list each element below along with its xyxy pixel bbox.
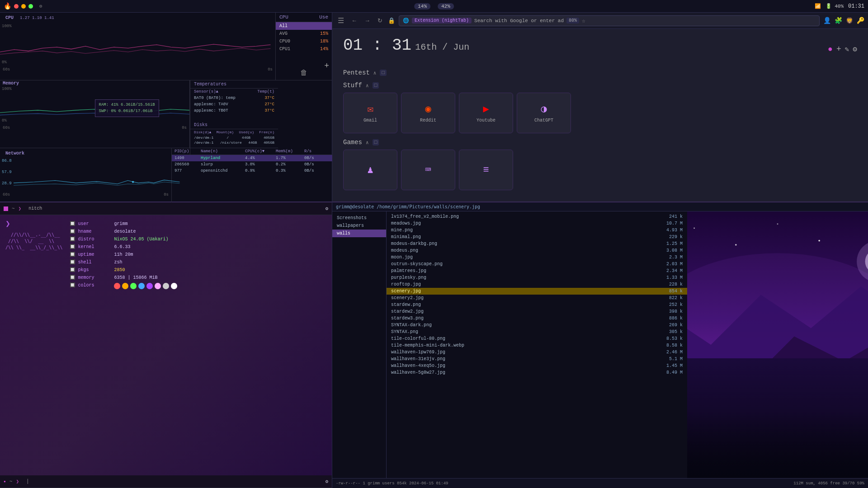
mem-usage-badge: 42% bbox=[438, 3, 454, 9]
color-dot-7 bbox=[163, 283, 169, 289]
top-bar-left: 🔥 ⊙ bbox=[4, 2, 42, 10]
file-row[interactable]: mine.png4.93 M bbox=[387, 227, 687, 234]
file-row[interactable]: modeus.png3.08 M bbox=[387, 247, 687, 254]
bookmark-youtube[interactable]: ▶ Youtube bbox=[459, 93, 513, 133]
network-panel: Network 86.8 57.9 28.9 60s 0s bbox=[0, 148, 172, 202]
temp-sensor-tb0t: applesmc: TB0T bbox=[194, 108, 228, 113]
system-time: 01:31 bbox=[848, 3, 864, 9]
file-row[interactable]: lv1374_free_v2_mobile.png241 k bbox=[387, 213, 687, 220]
stuff-toggle[interactable]: ∧ bbox=[366, 83, 369, 89]
file-row[interactable]: purplesky.png1.33 M bbox=[387, 274, 687, 281]
file-row[interactable]: tile-memphis-mini-dark.webp8.58 k bbox=[387, 342, 687, 349]
pentest-ctrl[interactable]: □ bbox=[380, 70, 387, 76]
games-ctrl[interactable]: □ bbox=[373, 139, 379, 145]
cpu-row-cpu1[interactable]: CPU1 14% bbox=[276, 45, 332, 53]
file-row[interactable]: meadows.jpg10.7 M bbox=[387, 220, 687, 227]
sidebar-screenshots[interactable]: Screenshots bbox=[332, 214, 386, 222]
neofetch-layout: ❯ //\\/\\__.-__/\\__ //\\ \\/ __ \\ /\\ … bbox=[5, 219, 326, 289]
stuff-ctrl[interactable]: □ bbox=[373, 82, 379, 89]
reddit-label: Reddit bbox=[420, 118, 436, 123]
bookmark-game-3[interactable]: ≡ bbox=[459, 150, 513, 190]
dot-red[interactable] bbox=[14, 4, 19, 9]
reload-button[interactable]: ↻ bbox=[376, 16, 384, 25]
profile-icon[interactable]: 👤 bbox=[823, 17, 831, 24]
cpu-row-cpu0[interactable]: CPU0 18% bbox=[276, 38, 332, 45]
file-row[interactable]: modeus-darkbg.png1.25 M bbox=[387, 240, 687, 247]
cpu-usage-badge: 14% bbox=[414, 3, 430, 9]
cpu-pct-cpu1: 14% bbox=[320, 47, 328, 52]
memory-graph: 100% 0% RAM: 41% 6.36iB/15.56iB SWP: 0% … bbox=[0, 86, 189, 131]
plus-button[interactable]: + bbox=[324, 61, 329, 70]
bottom-left-terminal: ● ~ ❯ nitch ⚙ ❯ //\\/\\__.-__/\\__ //\\ … bbox=[0, 202, 332, 488]
sidebar-walls[interactable]: walls bbox=[332, 230, 386, 237]
proc-row-slurp[interactable]: 206560 slurp 3.0% 0.2% 0B/s bbox=[172, 161, 332, 168]
proc-row-opensnitchd[interactable]: 977 opensnitchd 0.9% 0.3% 0B/s bbox=[172, 168, 332, 174]
star-icon[interactable]: ☆ bbox=[582, 17, 585, 24]
back-button[interactable]: ← bbox=[349, 16, 359, 25]
mem-swp-stat: SWP: 0% 0.06iB/17.06iB bbox=[99, 108, 155, 114]
info-val-memory: 6358 | 15866 MiB bbox=[114, 274, 177, 281]
proc-col-pid: PID(p) bbox=[175, 149, 197, 154]
file-row[interactable]: moon.jpg2.3 M bbox=[387, 254, 687, 261]
extension-icon[interactable]: 🧩 bbox=[835, 17, 842, 24]
sidebar-menu-icon[interactable]: ☰ bbox=[336, 14, 346, 27]
info-val-hname: desolate bbox=[114, 228, 177, 235]
file-row[interactable]: wallhaven-1pw769.jpg2.46 M bbox=[387, 349, 687, 356]
temp-sensor-bat: BAT0 (BAT0): temp bbox=[194, 96, 236, 100]
cpu-row-all[interactable]: All bbox=[276, 22, 332, 30]
pentest-toggle[interactable]: ∧ bbox=[373, 70, 377, 76]
term-title-2: │ bbox=[23, 478, 33, 485]
site-icon: 🌐 bbox=[403, 18, 409, 23]
bookmark-reddit[interactable]: ◉ Reddit bbox=[401, 93, 455, 133]
file-row[interactable]: wallhaven-31e3jv.png5.1 M bbox=[387, 356, 687, 362]
bookmark-game-2[interactable]: ⌨ bbox=[401, 150, 455, 190]
file-row[interactable]: wallhaven-4xeq5o.jpg1.45 M bbox=[387, 362, 687, 369]
file-row[interactable]: tile-colorful-80.png8.53 k bbox=[387, 335, 687, 342]
trash-icon[interactable]: 🗑 bbox=[300, 69, 307, 77]
games-toggle[interactable]: ∧ bbox=[366, 140, 369, 145]
battery-icon: 🔋 40% bbox=[826, 3, 844, 9]
network-title: Network bbox=[3, 150, 27, 157]
bookmark-chatgpt[interactable]: ◑ ChatGPT bbox=[517, 93, 571, 133]
term-gear-icon-2[interactable]: ⚙ bbox=[325, 479, 328, 484]
sidebar-wallpapers[interactable]: wallpapers bbox=[332, 222, 386, 230]
file-row[interactable]: scenery2.jpg822 k bbox=[387, 295, 687, 301]
temp-col-sensor: Sensor(s)▲ bbox=[194, 89, 218, 94]
file-row[interactable]: SYNTAX.png305 k bbox=[387, 328, 687, 335]
stuff-header: Stuff ∧ □ bbox=[343, 82, 857, 89]
file-row[interactable]: SYNTAX-dark.png269 k bbox=[387, 322, 687, 328]
file-row-selected[interactable]: scenery.jpg854 k bbox=[387, 288, 687, 295]
flame-icon: 🔥 bbox=[4, 2, 11, 10]
cpu-row-avg[interactable]: AVG 15% bbox=[276, 30, 332, 38]
term-gear-icon[interactable]: ⚙ bbox=[325, 206, 328, 211]
disk-dev-1: /dev/dm-1 bbox=[194, 136, 213, 140]
file-row[interactable]: palmtrees.jpg2.34 M bbox=[387, 267, 687, 274]
disk-row-2: /dev/dm-1 /nix/store 44GB 405GB bbox=[190, 140, 278, 145]
pencil-icon[interactable]: ✎ bbox=[845, 45, 849, 54]
file-row[interactable]: rooftop.jpg228 k bbox=[387, 281, 687, 288]
dot-green[interactable] bbox=[28, 4, 33, 9]
bookmark-gmail[interactable]: ✉ Gmail bbox=[343, 93, 397, 133]
term-path-2: ~ bbox=[9, 479, 13, 484]
file-row[interactable]: outrun-skyscape.png2.03 M bbox=[387, 261, 687, 267]
circle-icon[interactable]: ● bbox=[828, 45, 833, 54]
dot-yellow[interactable] bbox=[21, 4, 26, 9]
file-row[interactable]: stardew.png252 k bbox=[387, 301, 687, 308]
proc-row-hyprland[interactable]: 1490 Hyprland 4.4% 1.7% 0B/s bbox=[172, 155, 332, 161]
settings-icon[interactable]: ⚙ bbox=[853, 45, 857, 54]
bookmark-game-1[interactable]: ♟ bbox=[343, 150, 397, 190]
file-row[interactable]: stardew2.jpg398 k bbox=[387, 308, 687, 315]
info-key-colors: 🔲 colors bbox=[70, 282, 110, 289]
file-row[interactable]: minimal.png229 k bbox=[387, 234, 687, 240]
svg-point-4 bbox=[735, 244, 737, 246]
cpu-panel-title: CPU bbox=[3, 14, 16, 22]
temp-header: Temperatures bbox=[190, 80, 278, 89]
brave-shield-icon[interactable]: 🦁 bbox=[846, 17, 853, 24]
browser-address-bar[interactable]: 🌐 Extension (nightTab) Search with Googl… bbox=[399, 15, 820, 26]
plus-icon[interactable]: + bbox=[836, 45, 841, 54]
youtube-label: Youtube bbox=[476, 118, 495, 123]
file-row[interactable]: stardew3.png886 k bbox=[387, 315, 687, 322]
file-row[interactable]: wallhaven-5g8w27.jpg8.49 M bbox=[387, 369, 687, 376]
svg-point-6 bbox=[818, 240, 820, 242]
forward-button[interactable]: → bbox=[363, 16, 372, 25]
